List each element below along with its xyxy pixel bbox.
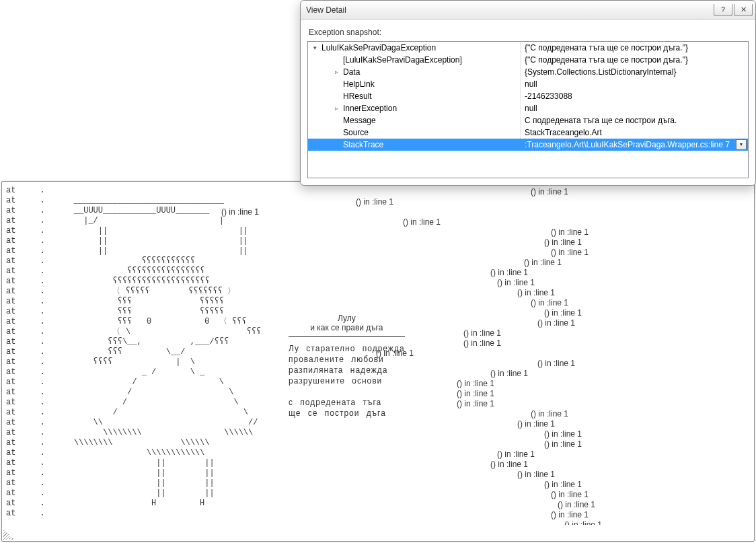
view-detail-dialog: View Detail ? ✕ Exception snapshot: ▾Lul… [300, 0, 756, 186]
stack-line-tag: () in :line 1 [6, 197, 750, 207]
close-button[interactable]: ✕ [734, 4, 753, 16]
stack-line-tag: () in :line 1 [6, 318, 750, 328]
property-name-cell: HResult [308, 90, 521, 102]
expand-icon[interactable]: ▹ [332, 68, 340, 76]
property-name-cell: [LuluIKakSePraviDagaException] [308, 54, 521, 66]
property-value: StackTraceangelo.Art [525, 126, 602, 139]
stack-line-tag: () in :line 1 [6, 278, 750, 288]
stack-line-tag: () in :line 1 [6, 238, 750, 248]
property-value: С подредената тъга ще се построи дъга. [525, 114, 677, 126]
property-value-cell: StackTraceangelo.Art [521, 126, 748, 139]
grid-row[interactable]: StackTrace:Traceangelo.Art\LuluIKakSePra… [308, 139, 748, 151]
stack-line-tag: () in :line 1 [6, 520, 750, 525]
property-value-cell: С подредената тъга ще се построи дъга. [521, 114, 748, 126]
stack-line-tag: () in :line 1 [6, 258, 750, 268]
property-value-cell: :Traceangelo.Art\LuluIKakSePraviDaga.Wra… [521, 139, 748, 151]
stacktrace-panel: at . at . ______________________________… [1, 181, 755, 542]
stack-line-tag: () in :line 1 [6, 359, 750, 369]
property-name: Data [343, 66, 360, 78]
grid-row[interactable]: SourceStackTraceangelo.Art [308, 126, 748, 139]
dialog-titlebar[interactable]: View Detail ? ✕ [301, 1, 755, 20]
stack-line-tag: () in :line 1 [6, 379, 750, 389]
expander-spacer [332, 129, 340, 137]
stack-line-tag: () in :line 1 [6, 217, 750, 227]
property-value-cell: null [521, 102, 748, 114]
expander-spacer [332, 116, 340, 124]
stack-line-tag: () in :line 1 [6, 349, 750, 359]
stack-line-tag: () in :line 1 [6, 439, 750, 449]
property-name-cell: StackTrace [308, 139, 521, 151]
property-name: HelpLink [343, 78, 375, 90]
grid-row[interactable]: ▾LuluIKakSePraviDagaException{"С подреде… [308, 42, 748, 54]
stack-line-tag: () in :line 1 [6, 480, 750, 490]
stack-line-tag: () in :line 1 [6, 409, 750, 419]
stack-line-tag: () in :line 1 [6, 399, 750, 409]
help-button[interactable]: ? [714, 4, 732, 16]
stack-line-tag: () in :line 1 [6, 419, 750, 429]
stack-line-tag: () in :line 1 [6, 338, 750, 349]
property-value: {System.Collections.ListDictionaryIntern… [525, 66, 676, 78]
property-value: {"С подредената тъга ще се построи дъга.… [525, 54, 688, 66]
stack-line-tag: () in :line 1 [6, 510, 750, 520]
grid-row[interactable]: ▹InnerExceptionnull [308, 102, 748, 114]
property-value: null [525, 102, 537, 114]
stack-line-tag: () in :line 1 [6, 207, 750, 217]
stack-line-tag: () in :line 1 [6, 460, 750, 470]
stack-line-tag: () in :line 1 [6, 490, 750, 500]
expand-icon[interactable]: ▹ [332, 104, 340, 112]
stack-line-tag: () in :line 1 [6, 328, 750, 338]
stack-line-tag: () in :line 1 [6, 227, 750, 238]
property-value-cell: {"С подредената тъга ще се построи дъга.… [521, 42, 748, 54]
stack-line-tag: () in :line 1 [6, 288, 750, 298]
property-value-cell: -2146233088 [521, 90, 748, 102]
stack-line-tag: () in :line 1 [6, 298, 750, 308]
line-tags-column: () in :line 1() in :line 1() in :line 1(… [6, 187, 750, 525]
stack-line-tag: () in :line 1 [6, 268, 750, 278]
stack-line-tag: () in :line 1 [6, 429, 750, 439]
expander-spacer [332, 56, 340, 64]
property-value: -2146233088 [525, 90, 572, 102]
property-value-cell: null [521, 78, 748, 90]
expander-spacer [332, 141, 340, 149]
property-name-cell: Message [308, 114, 521, 126]
stack-line-tag: () in :line 1 [6, 369, 750, 379]
property-value: :Traceangelo.Art\LuluIKakSePraviDaga.Wra… [525, 139, 730, 151]
expander-spacer [332, 80, 340, 88]
property-name: StackTrace [343, 139, 383, 151]
property-name: [LuluIKakSePraviDagaException] [343, 54, 462, 66]
property-name-cell: HelpLink [308, 78, 521, 90]
property-name: InnerException [343, 102, 397, 114]
grid-row[interactable]: HelpLinknull [308, 78, 748, 90]
stacktrace-content: at . at . ______________________________… [6, 186, 750, 525]
property-name-cell: Source [308, 126, 521, 139]
grid-row[interactable]: [LuluIKakSePraviDagaException]{"С подред… [308, 54, 748, 66]
resize-grip-icon[interactable] [3, 529, 14, 540]
property-value-cell: {System.Collections.ListDictionaryIntern… [521, 66, 748, 78]
property-name: HResult [343, 90, 372, 102]
property-value: {"С подредената тъга ще се построи дъга.… [525, 42, 688, 54]
snapshot-label: Exception snapshot: [309, 28, 747, 37]
property-name: Source [343, 126, 369, 139]
stack-line-tag: () in :line 1 [6, 470, 750, 480]
close-icon: ✕ [741, 5, 747, 14]
property-name-cell: ▾LuluIKakSePraviDagaException [308, 42, 521, 54]
grid-row[interactable]: ▹Data{System.Collections.ListDictionaryI… [308, 66, 748, 78]
grid-row[interactable]: MessageС подредената тъга ще се построи … [308, 114, 748, 126]
stack-line-tag: () in :line 1 [6, 449, 750, 460]
grid-row[interactable]: HResult-2146233088 [308, 90, 748, 102]
expander-spacer [332, 92, 340, 100]
property-value: null [525, 78, 537, 90]
property-name: Message [343, 114, 376, 126]
question-icon: ? [721, 5, 725, 13]
property-name-cell: ▹Data [308, 66, 521, 78]
stack-line-tag: () in :line 1 [6, 308, 750, 318]
property-value-cell: {"С подредената тъга ще се построи дъга.… [521, 54, 748, 66]
stack-line-tag: () in :line 1 [6, 389, 750, 399]
stack-line-tag: () in :line 1 [6, 187, 750, 197]
visualizer-dropdown-icon[interactable]: ▾ [736, 139, 747, 150]
collapse-icon[interactable]: ▾ [311, 44, 319, 52]
stack-line-tag: () in :line 1 [6, 500, 750, 510]
dialog-title: View Detail [306, 5, 712, 15]
exception-tree-grid[interactable]: ▾LuluIKakSePraviDagaException{"С подреде… [307, 41, 749, 178]
property-name: LuluIKakSePraviDagaException [322, 42, 436, 54]
